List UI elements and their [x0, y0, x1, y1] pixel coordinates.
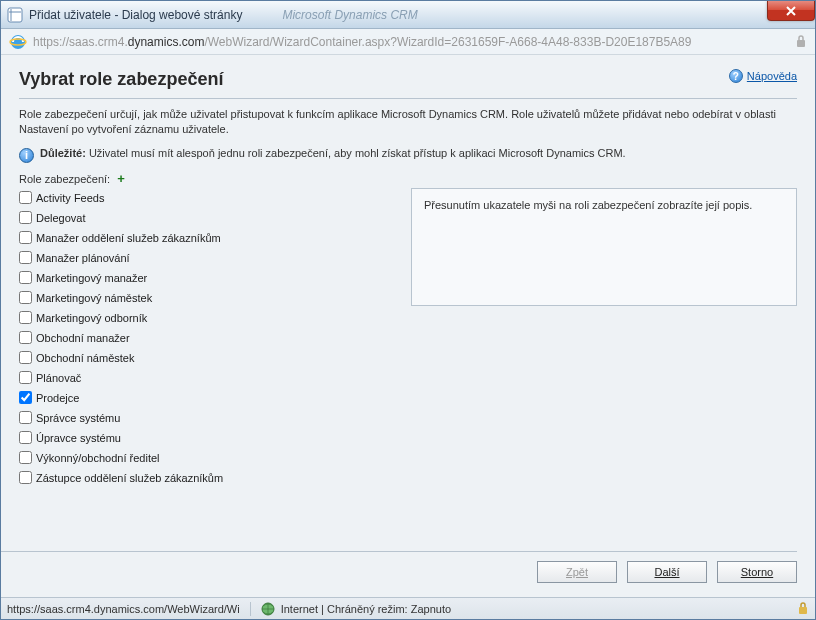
url-text[interactable]: https://saas.crm4.dynamics.com/WebWizard…	[33, 35, 691, 49]
role-label: Prodejce	[36, 392, 79, 404]
role-label: Marketingový manažer	[36, 272, 147, 284]
role-item[interactable]: Plánovač	[19, 368, 399, 388]
background-app-hint: Microsoft Dynamics CRM	[282, 8, 417, 22]
role-checkbox[interactable]	[19, 411, 32, 424]
address-bar: https://saas.crm4.dynamics.com/WebWizard…	[1, 29, 815, 55]
role-label: Zástupce oddělení služeb zákazníkům	[36, 472, 223, 484]
help-label[interactable]: Nápověda	[747, 70, 797, 82]
role-checkbox[interactable]	[19, 251, 32, 264]
info-icon: i	[19, 148, 34, 163]
page-title: Vybrat role zabezpečení	[19, 69, 223, 90]
role-item[interactable]: Úpravce systému	[19, 428, 399, 448]
add-role-icon[interactable]: +	[117, 171, 125, 186]
window-title: Přidat uživatele - Dialog webové stránky	[29, 8, 242, 22]
status-divider	[250, 602, 251, 616]
role-item[interactable]: Marketingový odborník	[19, 308, 399, 328]
role-item[interactable]: Delegovat	[19, 208, 399, 228]
dialog-content: Vybrat role zabezpečení ? Nápověda Role …	[1, 55, 815, 597]
role-checkbox[interactable]	[19, 311, 32, 324]
button-separator	[0, 551, 797, 552]
role-item[interactable]: Výkonný/obchodní ředitel	[19, 448, 399, 468]
role-label: Activity Feeds	[36, 192, 104, 204]
role-item[interactable]: Manažer plánování	[19, 248, 399, 268]
wizard-buttons: Zpět Další Storno	[537, 561, 797, 583]
role-item[interactable]: Manažer oddělení služeb zákazníkům	[19, 228, 399, 248]
role-checkbox[interactable]	[19, 451, 32, 464]
ie-icon	[9, 33, 27, 51]
help-link[interactable]: ? Nápověda	[729, 69, 797, 83]
role-checkbox[interactable]	[19, 471, 32, 484]
important-note: i Důležité: Uživatel musí mít alespoň je…	[19, 147, 797, 163]
role-item[interactable]: Zástupce oddělení služeb zákazníkům	[19, 468, 399, 488]
role-item[interactable]: Prodejce	[19, 388, 399, 408]
ie-page-icon	[7, 7, 23, 23]
globe-icon	[261, 602, 275, 616]
role-item[interactable]: Activity Feeds	[19, 188, 399, 208]
role-checkbox[interactable]	[19, 431, 32, 444]
role-item[interactable]: Správce systému	[19, 408, 399, 428]
svg-rect-0	[8, 8, 22, 22]
role-label: Výkonný/obchodní ředitel	[36, 452, 160, 464]
role-label: Marketingový odborník	[36, 312, 147, 324]
role-description-panel: Přesunutím ukazatele myši na roli zabezp…	[411, 188, 797, 306]
role-item[interactable]: Obchodní náměstek	[19, 348, 399, 368]
status-url: https://saas.crm4.dynamics.com/WebWizard…	[7, 603, 240, 615]
description-text: Role zabezpečení určují, jak může uživat…	[19, 107, 797, 137]
lock-icon	[795, 34, 807, 50]
role-checkbox[interactable]	[19, 371, 32, 384]
roles-list: Activity FeedsDelegovatManažer oddělení …	[19, 188, 399, 488]
role-checkbox[interactable]	[19, 351, 32, 364]
role-label: Marketingový náměstek	[36, 292, 152, 304]
role-label: Manažer oddělení služeb zákazníkům	[36, 232, 221, 244]
important-label: Důležité:	[40, 147, 86, 159]
important-text: Uživatel musí mít alespoň jednu roli zab…	[89, 147, 626, 159]
role-checkbox[interactable]	[19, 211, 32, 224]
status-zone: Internet | Chráněný režim: Zapnuto	[281, 603, 451, 615]
role-label: Správce systému	[36, 412, 120, 424]
help-icon: ?	[729, 69, 743, 83]
role-checkbox[interactable]	[19, 291, 32, 304]
status-bar: https://saas.crm4.dynamics.com/WebWizard…	[1, 597, 815, 619]
svg-rect-3	[797, 40, 805, 47]
cancel-button[interactable]: Storno	[717, 561, 797, 583]
role-label: Plánovač	[36, 372, 81, 384]
role-item[interactable]: Marketingový manažer	[19, 268, 399, 288]
role-checkbox[interactable]	[19, 391, 32, 404]
roles-label: Role zabezpečení:	[19, 173, 110, 185]
role-checkbox[interactable]	[19, 271, 32, 284]
role-checkbox[interactable]	[19, 191, 32, 204]
status-lock-icon	[797, 601, 809, 617]
header-separator	[19, 98, 797, 99]
role-checkbox[interactable]	[19, 231, 32, 244]
role-label: Manažer plánování	[36, 252, 130, 264]
close-button[interactable]	[767, 1, 815, 21]
back-button[interactable]: Zpět	[537, 561, 617, 583]
role-label: Obchodní náměstek	[36, 352, 134, 364]
next-button[interactable]: Další	[627, 561, 707, 583]
roles-label-row: Role zabezpečení: +	[19, 171, 797, 186]
role-label: Úpravce systému	[36, 432, 121, 444]
role-label: Obchodní manažer	[36, 332, 130, 344]
role-item[interactable]: Marketingový náměstek	[19, 288, 399, 308]
window-titlebar: Přidat uživatele - Dialog webové stránky…	[1, 1, 815, 29]
role-label: Delegovat	[36, 212, 86, 224]
role-item[interactable]: Obchodní manažer	[19, 328, 399, 348]
role-checkbox[interactable]	[19, 331, 32, 344]
svg-rect-5	[799, 607, 807, 614]
